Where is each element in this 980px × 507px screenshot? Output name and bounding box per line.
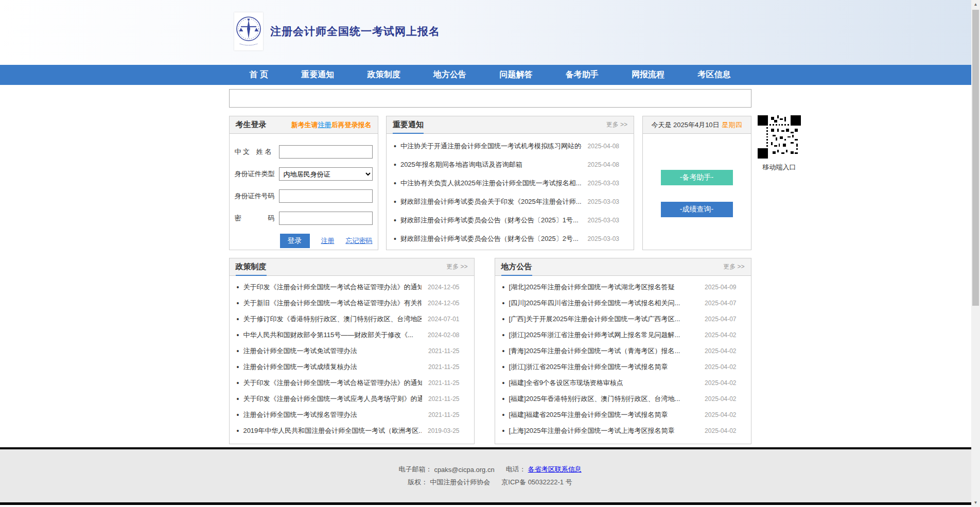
policy-link[interactable]: 关于印发《注册会计师全国统一考试应考人员考场守则》的通知 xyxy=(243,394,422,404)
policy-link[interactable]: 关于印发《注册会计师全国统一考试合格证管理办法》的通知 xyxy=(243,283,422,292)
id-type-select[interactable]: 内地居民身份证 xyxy=(279,167,373,181)
item-date: 2025-03-03 xyxy=(588,235,619,242)
id-number-label: 身份证件号码 xyxy=(235,191,279,201)
nav-item-examarea[interactable]: 考区信息 xyxy=(697,69,730,80)
notice-link[interactable]: 财政部注册会计师考试委员会公告（财考公告〔2025〕2号... xyxy=(400,234,582,243)
item-date: 2024-12-05 xyxy=(428,300,459,307)
local-link[interactable]: [福建]全省9个各设区市现场资格审核点 xyxy=(509,378,698,388)
item-date: 2025-04-02 xyxy=(705,331,736,339)
name-input[interactable] xyxy=(279,145,373,159)
notice-link[interactable]: 2025年报名期间各地咨询电话及咨询邮箱 xyxy=(400,160,582,169)
today-panel: 今天是 2025年4月10日 星期四 -备考助手- -成绩查询- xyxy=(642,116,751,250)
item-date: 2021-11-25 xyxy=(428,395,460,403)
list-item: •[青海]2025年注册会计师全国统一考试（青海考区）报名...2025-04-… xyxy=(502,343,737,359)
scroll-up-icon[interactable]: ▲ xyxy=(971,0,980,9)
local-link[interactable]: [浙江]浙江省2025年注册会计师全国统一考试报名简章 xyxy=(509,362,698,372)
item-date: 2025-04-07 xyxy=(705,316,736,323)
policy-link[interactable]: 2019年中华人民共和国注册会计师全国统一考试（欧洲考区... xyxy=(243,426,422,435)
new-user-hint: 新考生请注册后再登录报名 xyxy=(291,116,372,133)
policy-link[interactable]: 注册会计师全国统一考试报名管理办法 xyxy=(243,410,422,419)
hint-suffix: 后再登录报名 xyxy=(331,120,372,130)
bullet-icon: • xyxy=(237,379,239,387)
list-item: •[福建]全省9个各设区市现场资格审核点2025-04-02 xyxy=(502,375,737,391)
local-link[interactable]: [青海]2025年注册会计师全国统一考试（青海考区）报名... xyxy=(509,346,698,356)
scrollbar[interactable]: ▲ ▼ xyxy=(971,0,980,507)
local-link[interactable]: [浙江]2025年浙江省注册会计师考试网上报名常见问题解... xyxy=(509,330,698,340)
policy-title: 政策制度 xyxy=(236,258,267,276)
local-link[interactable]: [广西]关于开展2025年注册会计师全国统一考试广西考区... xyxy=(509,314,698,324)
notice-link[interactable]: 中注协关于开通注册会计师全国统一考试机考模拟练习网站的公... xyxy=(400,142,582,151)
list-item: •注册会计师全国统一考试免试管理办法2021-11-25 xyxy=(237,343,460,359)
list-item: •财政部注册会计师考试委员会公告（财考公告〔2025〕2号...2025-03-… xyxy=(394,230,619,248)
item-date: 2025-04-02 xyxy=(705,395,736,403)
login-title: 考生登录 xyxy=(236,116,267,133)
announcement-marquee xyxy=(229,89,751,108)
forgot-password-link[interactable]: 忘记密码 xyxy=(346,236,373,246)
local-link[interactable]: [上海]2025年注册会计师全国统一考试上海考区报名简章 xyxy=(509,426,698,435)
mobile-entry[interactable]: 移动端入口 xyxy=(756,115,803,172)
main-nav: 首 页 重要通知 政策制度 地方公告 问题解答 备考助手 网报流程 考区信息 xyxy=(0,65,980,85)
notice-link[interactable]: 财政部注册会计师考试委员会关于印发《2025年注册会计师... xyxy=(400,197,582,206)
nav-item-process[interactable]: 网报流程 xyxy=(632,69,664,80)
item-date: 2025-04-02 xyxy=(705,427,736,434)
bullet-icon: • xyxy=(502,363,505,371)
register-link[interactable]: 注册 xyxy=(321,236,335,246)
contact-info-link[interactable]: 各省考区联系信息 xyxy=(528,465,582,474)
local-link[interactable]: [福建]福建省2025年注册会计师全国统一考试报名简章 xyxy=(509,410,698,419)
item-date: 2025-03-03 xyxy=(588,180,619,187)
scrollbar-thumb[interactable] xyxy=(972,10,979,306)
policy-link[interactable]: 关于修订印发《香港特别行政区、澳门特别行政区、台湾地区居... xyxy=(243,314,422,324)
notice-link[interactable]: 财政部注册会计师考试委员会公告（财考公告〔2025〕1号... xyxy=(400,216,582,225)
item-date: 2024-12-05 xyxy=(428,284,459,291)
bullet-icon: • xyxy=(237,427,239,435)
bullet-icon: • xyxy=(237,299,239,307)
local-link[interactable]: [湖北]2025年注册会计师全国统一考试湖北考区报名答疑 xyxy=(509,283,698,292)
item-date: 2025-03-03 xyxy=(588,217,619,224)
item-date: 2025-04-09 xyxy=(705,284,736,291)
policy-link[interactable]: 注册会计师全国统一考试免试管理办法 xyxy=(243,346,422,356)
list-item: •2025年报名期间各地咨询电话及咨询邮箱2025-04-08 xyxy=(394,155,619,174)
nav-item-home[interactable]: 首 页 xyxy=(250,69,268,80)
score-query-button[interactable]: -成绩查询- xyxy=(661,202,733,217)
bullet-icon: • xyxy=(394,198,396,206)
item-date: 2021-11-25 xyxy=(428,379,460,387)
site-title: 注册会计师全国统一考试网上报名 xyxy=(270,24,440,39)
policy-link[interactable]: 关于印发《注册会计师全国统一考试合格证管理办法》的通知 xyxy=(243,378,422,388)
qr-code-icon xyxy=(758,115,801,159)
nav-item-notices[interactable]: 重要通知 xyxy=(301,69,334,80)
exam-helper-button[interactable]: -备考助手- xyxy=(661,170,733,185)
bullet-icon: • xyxy=(394,216,396,224)
list-item: •[上海]2025年注册会计师全国统一考试上海考区报名简章2025-04-02 xyxy=(502,423,737,439)
item-date: 2024-02-08 xyxy=(428,331,459,339)
policy-link[interactable]: 注册会计师全国统一考试成绩复核办法 xyxy=(243,362,422,372)
local-link[interactable]: [福建]2025年香港特别行政区、澳门特别行政区、台湾地... xyxy=(509,394,698,404)
today-date: 今天是 2025年4月10日 星期四 xyxy=(651,116,742,133)
nav-item-local[interactable]: 地方公告 xyxy=(433,69,466,80)
id-number-input[interactable] xyxy=(279,189,373,203)
nav-item-helper[interactable]: 备考助手 xyxy=(566,69,599,80)
list-item: •2019年中华人民共和国注册会计师全国统一考试（欧洲考区...2019-03-… xyxy=(237,423,460,439)
item-date: 2021-11-25 xyxy=(428,363,460,371)
nav-item-qa[interactable]: 问题解答 xyxy=(499,69,532,80)
register-inline-link[interactable]: 注册 xyxy=(318,120,331,130)
list-item: •[福建]福建省2025年注册会计师全国统一考试报名简章2025-04-02 xyxy=(502,407,737,423)
copyright-label: 版权： xyxy=(408,478,428,487)
scroll-down-icon[interactable]: ▼ xyxy=(971,498,980,507)
nav-item-policy[interactable]: 政策制度 xyxy=(367,69,400,80)
bullet-icon: • xyxy=(237,363,239,371)
list-item: •[湖北]2025年注册会计师全国统一考试湖北考区报名答疑2025-04-09 xyxy=(502,279,737,295)
policy-link[interactable]: 关于新旧《注册会计师全国统一考试合格证管理办法》有关衔接... xyxy=(243,299,422,308)
policy-link[interactable]: 中华人民共和国财政部令第115号——财政部关于修改《... xyxy=(243,330,422,340)
login-button[interactable]: 登录 xyxy=(280,234,310,248)
item-date: 2019-03-25 xyxy=(428,427,459,434)
local-more-link[interactable]: 更多 >> xyxy=(723,258,744,275)
bullet-icon: • xyxy=(394,142,396,150)
list-item: •财政部注册会计师考试委员会公告（财考公告〔2025〕1号...2025-03-… xyxy=(394,211,619,230)
notice-link[interactable]: 中注协有关负责人就2025年注册会计师全国统一考试报名相... xyxy=(400,179,582,188)
password-input[interactable] xyxy=(279,212,373,225)
local-link[interactable]: [四川]2025年四川省注册会计师全国统一考试报名相关问... xyxy=(509,299,698,308)
policy-more-link[interactable]: 更多 >> xyxy=(446,258,467,275)
list-item: •关于新旧《注册会计师全国统一考试合格证管理办法》有关衔接...2024-12-… xyxy=(237,295,460,311)
notices-more-link[interactable]: 更多 >> xyxy=(606,116,627,133)
login-panel: 考生登录 新考生请注册后再登录报名 中 文 姓 名 身份证件类型 内地居民身份证 xyxy=(229,116,378,250)
